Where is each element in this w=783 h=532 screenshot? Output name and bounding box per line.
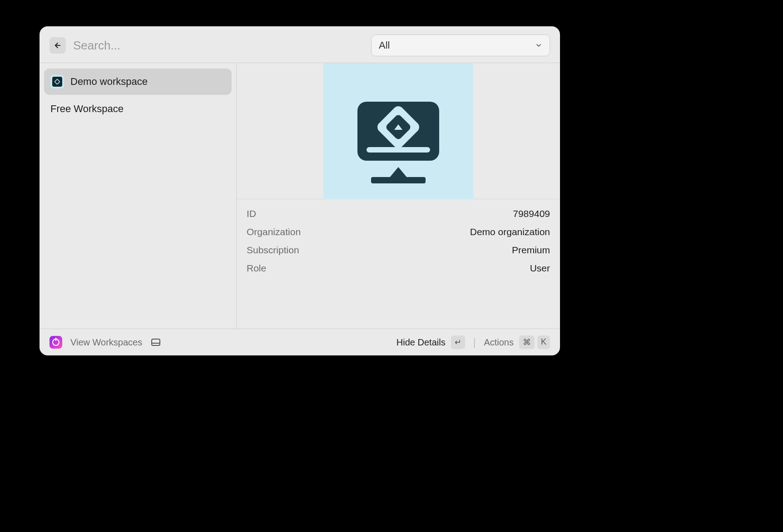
- divider: |: [473, 336, 476, 348]
- search-input[interactable]: [73, 39, 364, 53]
- workspace-hero-icon: [323, 63, 473, 199]
- sidebar-item-demo-workspace[interactable]: Demo workspace: [44, 69, 232, 95]
- arrow-left-icon: [54, 41, 62, 49]
- svg-rect-2: [152, 339, 160, 345]
- filter-selected-value: All: [379, 39, 390, 51]
- k-key-icon: K: [537, 335, 550, 349]
- workspace-icon: [50, 75, 64, 89]
- meta-value: Premium: [512, 245, 550, 256]
- footer: View Workspaces Hide Details ↵ | Actions…: [40, 329, 560, 355]
- chevron-down-icon: [535, 42, 542, 49]
- command-palette-window: All Demo workspace Free Workspace: [40, 26, 560, 355]
- meta-row-role: Role User: [247, 263, 550, 274]
- hide-details-button[interactable]: Hide Details ↵: [396, 335, 465, 349]
- meta-value: 7989409: [513, 208, 550, 219]
- hero: [237, 63, 560, 199]
- device-icon: [150, 337, 161, 348]
- actions-label: Actions: [484, 337, 514, 348]
- sidebar: Demo workspace Free Workspace: [40, 63, 237, 329]
- meta-label: ID: [247, 208, 256, 219]
- main: Demo workspace Free Workspace: [40, 63, 560, 329]
- sidebar-item-free-workspace[interactable]: Free Workspace: [44, 97, 232, 121]
- meta-list: ID 7989409 Organization Demo organizatio…: [237, 199, 560, 283]
- filter-select[interactable]: All: [371, 34, 550, 56]
- meta-row-subscription: Subscription Premium: [247, 245, 550, 256]
- meta-label: Subscription: [247, 245, 299, 256]
- power-icon: [50, 336, 62, 349]
- meta-label: Organization: [247, 227, 301, 237]
- actions-button[interactable]: Actions ⌘ K: [484, 335, 550, 349]
- sidebar-item-label: Demo workspace: [70, 76, 148, 88]
- cmd-key-icon: ⌘: [519, 335, 535, 349]
- meta-row-id: ID 7989409: [247, 208, 550, 219]
- meta-value: Demo organization: [470, 227, 550, 237]
- meta-label: Role: [247, 263, 266, 274]
- header: All: [40, 26, 560, 63]
- view-workspaces-label[interactable]: View Workspaces: [70, 337, 142, 348]
- shortcut-keys: ⌘ K: [519, 335, 550, 349]
- hide-details-label: Hide Details: [396, 337, 446, 348]
- sidebar-item-label: Free Workspace: [50, 103, 124, 115]
- meta-value: User: [530, 263, 550, 274]
- meta-row-organization: Organization Demo organization: [247, 227, 550, 237]
- back-button[interactable]: [50, 37, 66, 54]
- detail-panel: ID 7989409 Organization Demo organizatio…: [237, 63, 560, 329]
- enter-key-icon: ↵: [451, 335, 465, 349]
- svg-rect-1: [55, 79, 59, 84]
